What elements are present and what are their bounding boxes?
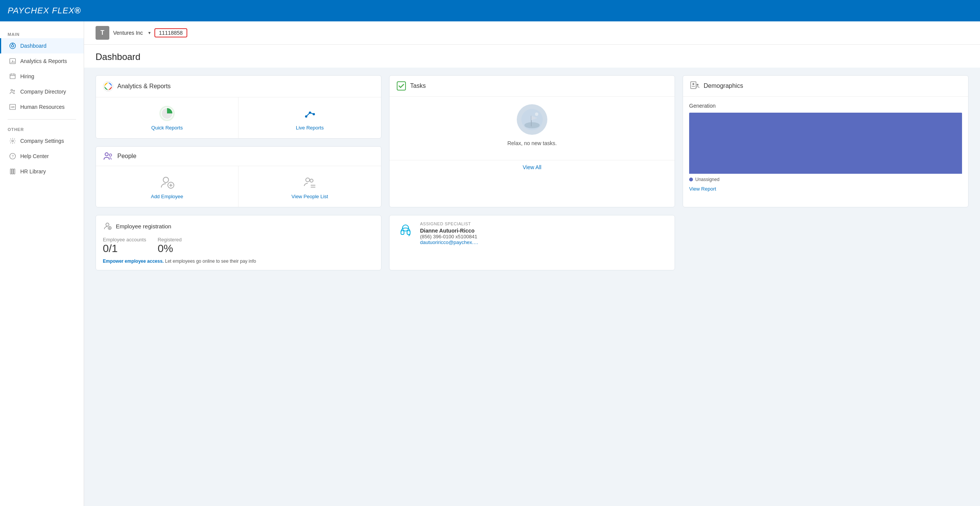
svg-point-37 xyxy=(105,153,108,156)
svg-point-36 xyxy=(697,84,699,86)
view-people-label: View People List xyxy=(292,194,328,199)
svg-point-29 xyxy=(524,122,540,128)
logo-paychex: PAYCHEX xyxy=(8,6,49,15)
specialist-email[interactable]: dautuoriricco@paychex.… xyxy=(420,239,668,245)
employee-reg-stats: Employee accounts 0/1 Registered 0% xyxy=(103,237,374,255)
analytics-reports-title: Analytics & Reports xyxy=(117,83,171,90)
svg-point-30 xyxy=(535,112,539,116)
sidebar-divider xyxy=(8,119,76,120)
svg-point-43 xyxy=(306,178,310,182)
accounts-value: 0/1 xyxy=(103,242,146,255)
sidebar-item-help[interactable]: ? Help Center xyxy=(0,149,84,164)
sidebar-item-hr-label: Human Resources xyxy=(20,104,65,110)
svg-rect-27 xyxy=(397,82,406,90)
view-report-link[interactable]: View Report xyxy=(689,186,962,192)
company-name: Ventures Inc xyxy=(113,30,143,36)
svg-point-12 xyxy=(13,90,15,91)
quick-reports-icon xyxy=(159,105,175,122)
page-title: Dashboard xyxy=(96,52,969,62)
sidebar-item-analytics[interactable]: Analytics & Reports xyxy=(0,53,84,69)
analytics-reports-header: Analytics & Reports xyxy=(96,76,381,97)
people-body: Add Employee View People xyxy=(96,166,381,207)
people-card: People Add Employe xyxy=(96,146,381,207)
accounts-stat: Employee accounts 0/1 xyxy=(103,237,146,255)
view-all-button[interactable]: View All xyxy=(389,160,675,174)
tasks-message: Relax, no new tasks. xyxy=(507,140,557,146)
live-reports-label: Live Reports xyxy=(296,125,324,131)
sidebar-item-hiring-label: Hiring xyxy=(20,73,34,79)
employee-reg-note-bold: Empower employee access. xyxy=(103,259,164,264)
registered-label: Registered xyxy=(157,237,182,242)
content-area: T Ventures Inc ▾ 11118858 Dashboard xyxy=(84,21,980,506)
sidebar-item-dashboard-label: Dashboard xyxy=(20,43,47,49)
help-icon: ? xyxy=(9,152,16,160)
view-people-button[interactable]: View People List xyxy=(239,166,381,207)
tasks-header: Tasks xyxy=(389,76,675,97)
demographics-icon xyxy=(690,81,700,91)
hr-library-icon xyxy=(9,168,16,175)
view-people-icon xyxy=(302,174,318,191)
bar-segment-1 xyxy=(689,113,962,174)
sidebar-item-company-settings[interactable]: Company Settings xyxy=(0,133,84,149)
sidebar-main-label: MAIN xyxy=(0,29,84,38)
sidebar-item-dashboard[interactable]: Dashboard xyxy=(0,38,84,53)
demographics-body: Generation Unassigned View Report xyxy=(683,97,968,198)
tasks-title: Tasks xyxy=(410,82,426,89)
sidebar: MAIN Dashboard Analytics & Rep xyxy=(0,21,84,506)
sidebar-other-label: OTHER xyxy=(0,124,84,133)
people-title: People xyxy=(117,153,136,160)
logo-flex: FLEX xyxy=(52,6,75,15)
company-directory-icon xyxy=(9,88,16,95)
live-reports-button[interactable]: Live Reports xyxy=(239,97,381,138)
sidebar-item-help-label: Help Center xyxy=(20,153,49,159)
add-employee-icon xyxy=(159,174,175,191)
svg-text:?: ? xyxy=(12,154,14,158)
company-id: 11118858 xyxy=(154,28,187,37)
registered-value: 0% xyxy=(157,242,182,255)
tasks-body: Relax, no new tasks. xyxy=(389,97,675,160)
chevron-down-icon[interactable]: ▾ xyxy=(148,30,151,36)
svg-point-15 xyxy=(12,140,14,142)
company-bar: T Ventures Inc ▾ 11118858 xyxy=(84,21,980,45)
demographics-card: Demographics Generation Unassigned View … xyxy=(683,75,969,207)
live-reports-icon xyxy=(302,105,318,122)
svg-point-44 xyxy=(310,179,313,182)
svg-text:HR: HR xyxy=(11,106,15,108)
registered-stat: Registered 0% xyxy=(157,237,182,255)
svg-point-39 xyxy=(163,177,169,183)
employee-reg-title: Employee registration xyxy=(116,223,171,230)
sidebar-item-hr[interactable]: HR Human Resources xyxy=(0,99,84,115)
svg-point-11 xyxy=(11,89,13,91)
sidebar-item-analytics-label: Analytics & Reports xyxy=(20,58,67,64)
bar-chart xyxy=(689,113,962,174)
quick-reports-label: Quick Reports xyxy=(151,125,183,131)
sidebar-item-hiring[interactable]: Hiring xyxy=(0,69,84,84)
logo: PAYCHEX FLEX® xyxy=(8,6,81,16)
employee-registration-card: Employee registration Employee accounts … xyxy=(96,215,381,270)
sidebar-item-company-directory[interactable]: Company Directory xyxy=(0,84,84,99)
svg-rect-33 xyxy=(691,82,696,89)
quick-reports-button[interactable]: Quick Reports xyxy=(96,97,239,138)
hr-icon: HR xyxy=(9,103,16,111)
specialist-name: Dianne Autuori-Ricco xyxy=(420,228,668,234)
add-employee-label: Add Employee xyxy=(151,194,183,199)
sidebar-item-settings-label: Company Settings xyxy=(20,138,64,144)
employee-reg-header: Employee registration xyxy=(103,221,374,231)
svg-point-1 xyxy=(11,45,14,47)
dashboard-icon xyxy=(9,42,16,50)
sidebar-item-company-directory-label: Company Directory xyxy=(20,89,66,95)
svg-point-34 xyxy=(693,83,694,85)
hiring-icon xyxy=(9,73,16,80)
top-header: PAYCHEX FLEX® xyxy=(0,0,980,21)
legend-dot-unassigned xyxy=(689,178,693,181)
svg-point-22 xyxy=(106,84,110,88)
analytics-reports-card: Analytics & Reports xyxy=(96,75,381,139)
generation-label: Generation xyxy=(689,103,962,109)
add-employee-button[interactable]: Add Employee xyxy=(96,166,239,207)
page-title-bar: Dashboard xyxy=(84,45,980,68)
beach-illustration xyxy=(517,104,547,135)
main-layout: MAIN Dashboard Analytics & Rep xyxy=(0,21,980,506)
sidebar-item-hr-library-label: HR Library xyxy=(20,168,46,175)
specialist-phone: (856) 396-0100 x5100841 xyxy=(420,234,668,239)
sidebar-item-hr-library[interactable]: HR Library xyxy=(0,164,84,179)
